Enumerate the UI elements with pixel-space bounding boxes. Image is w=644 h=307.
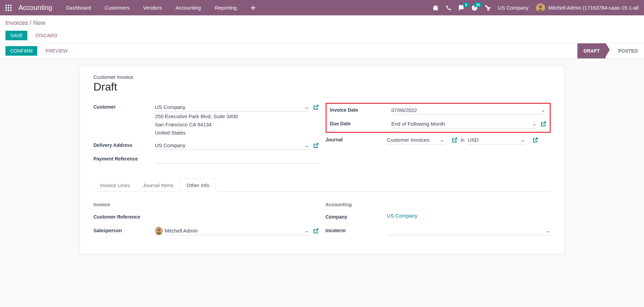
bug-icon[interactable] [433,5,438,11]
incoterm-label: Incoterm [326,226,387,233]
avatar-icon [155,227,163,235]
form-columns: Customer 250 Executive Park Blvd, Suite … [94,103,551,168]
tools-icon[interactable] [485,5,490,11]
breadcrumb-parent[interactable]: Invoices [5,19,28,26]
activity-icon[interactable]: 31 [472,5,477,11]
svg-point-12 [157,228,160,231]
nav-customers[interactable]: Customers [105,5,129,11]
preview-button[interactable]: PREVIEW [41,46,72,56]
messages-badge: 5 [463,2,469,7]
svg-rect-2 [10,5,12,6]
sheet-wrap: Customer Invoice Draft Customer [0,59,644,261]
nav-accounting[interactable]: Accounting [176,5,201,11]
svg-rect-4 [8,7,9,9]
avatar-icon [536,3,545,12]
svg-rect-3 [5,7,7,9]
action-bar: SAVE DISCARD [5,31,639,40]
customer-ref-label: Customer Reference [94,213,155,220]
highlighted-region: Invoice Date Due Date [326,103,551,133]
invoice-date-input[interactable] [392,106,546,115]
delivery-label: Delivery Address [94,141,155,148]
in-label: in [461,137,465,143]
apps-icon[interactable] [5,5,12,11]
invoice-type-label: Customer Invoice [94,74,551,80]
svg-rect-1 [8,5,9,6]
breadcrumb: Invoices / New [5,19,639,27]
save-button[interactable]: SAVE [5,31,27,40]
activity-badge: 31 [474,2,482,7]
tab-invoice-lines[interactable]: Invoice Lines [94,179,137,192]
svg-rect-8 [10,10,12,11]
svg-rect-6 [5,10,7,11]
accounting-section-title: Accounting [326,202,551,207]
other-left: Invoice Customer Reference Salesperson [94,202,319,240]
due-date-label: Due Date [330,120,392,126]
user-menu[interactable]: Mitchell Admin (17163784-saas-15-1-all [536,3,639,12]
incoterm-input[interactable] [387,226,551,235]
currency-input[interactable] [468,136,526,144]
company-selector[interactable]: US Company [498,5,528,11]
other-right: Accounting Company US Company Incoterm [326,202,551,240]
tab-content-other: Invoice Customer Reference Salesperson [94,192,551,240]
breadcrumb-bar: Invoices / New SAVE DISCARD [0,15,644,43]
payref-input[interactable] [155,155,319,164]
customer-input[interactable] [155,103,310,112]
journal-label: Journal [326,136,387,142]
discard-button[interactable]: DISCARD [31,31,62,40]
confirm-button[interactable]: CONFIRM [5,46,37,56]
nav-right: 5 31 US Company Mitchell Admin (17163784… [433,3,639,12]
external-link-icon[interactable] [313,228,319,234]
status-draft[interactable]: DRAFT [577,43,606,58]
app-name[interactable]: Accounting [18,4,52,12]
status-pills: DRAFT POSTED [577,43,644,58]
company-label: Company [326,213,387,220]
delivery-input[interactable] [155,141,310,150]
customer-label: Customer [94,103,155,110]
nav-reporting[interactable]: Reporting [215,5,237,11]
messages-icon[interactable]: 5 [459,5,464,11]
invoice-date-label: Invoice Date [330,106,392,113]
customer-address: 250 Executive Park Blvd, Suite 3400 San … [155,112,319,137]
company-link[interactable]: US Company [387,213,417,219]
due-date-input[interactable] [392,120,537,128]
external-link-icon[interactable] [313,104,319,110]
external-link-icon[interactable] [452,137,457,143]
left-column: Customer 250 Executive Park Blvd, Suite … [94,103,319,168]
top-navbar: Accounting Dashboard Customers Vendors A… [0,0,644,15]
nav-menu: Dashboard Customers Vendors Accounting R… [66,5,433,11]
svg-rect-7 [8,10,9,11]
external-link-icon[interactable] [541,121,546,127]
status-row: CONFIRM PREVIEW DRAFT POSTED [0,43,644,59]
nav-vendors[interactable]: Vendors [143,5,162,11]
tab-other-info[interactable]: Other Info [180,179,216,192]
right-column: Invoice Date Due Date [326,103,551,168]
form-tabs: Invoice Lines Journal Items Other Info [94,179,551,192]
phone-icon[interactable] [446,5,451,11]
salesperson-input[interactable] [165,226,310,235]
svg-rect-5 [10,7,12,9]
user-name: Mitchell Admin (17163784-saas-15-1-all [548,5,639,11]
tab-journal-items[interactable]: Journal Items [136,179,180,192]
nav-dashboard[interactable]: Dashboard [66,5,91,11]
payref-label: Payment Reference [94,155,155,162]
status-posted[interactable]: POSTED [612,43,644,58]
plus-icon[interactable] [250,5,256,11]
svg-point-10 [539,5,542,9]
status-actions: CONFIRM PREVIEW [0,43,78,58]
journal-input[interactable] [387,136,445,144]
form-sheet: Customer Invoice Draft Customer [80,66,565,254]
salesperson-label: Salesperson [94,226,155,233]
invoice-title: Draft [94,81,551,93]
external-link-icon[interactable] [533,137,538,143]
external-link-icon[interactable] [313,143,319,148]
invoice-section-title: Invoice [94,202,319,207]
svg-rect-0 [5,5,7,6]
breadcrumb-current: New [33,19,45,26]
